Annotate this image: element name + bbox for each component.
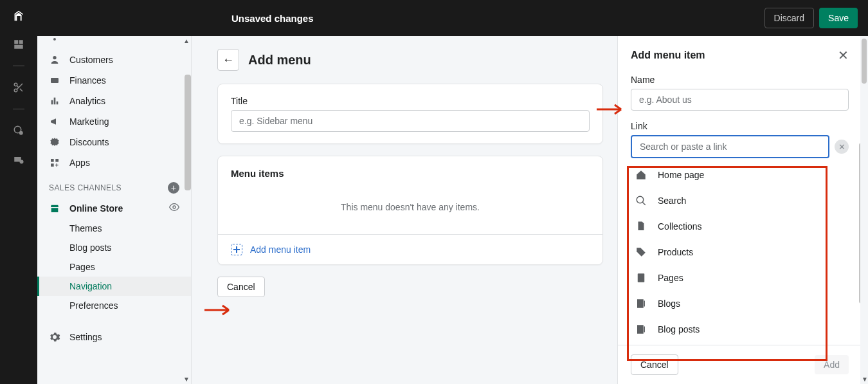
sidebar-item-analytics[interactable]: Analytics xyxy=(37,91,191,111)
sidebar-item-apps[interactable]: Apps xyxy=(37,152,191,173)
sidebar-sub-pages[interactable]: Pages xyxy=(37,257,191,277)
menu-title-input[interactable] xyxy=(231,110,590,132)
back-button[interactable]: ← xyxy=(217,49,239,71)
person-icon: • xyxy=(49,33,60,45)
rail-separator xyxy=(13,66,24,66)
sidebar-item-finances[interactable]: Finances xyxy=(37,70,191,91)
svg-rect-12 xyxy=(54,98,56,105)
sidebar-item-customers[interactable]: Customers xyxy=(37,50,191,70)
sidebar-sub-themes[interactable]: Themes xyxy=(37,219,191,238)
scroll-up-arrow-icon[interactable]: ▲ xyxy=(183,37,190,44)
menu-items-card: Menu items This menu doesn't have any it… xyxy=(217,156,603,265)
scroll-down-arrow-icon[interactable]: ▼ xyxy=(183,376,190,383)
svg-rect-0 xyxy=(14,40,18,44)
title-label: Title xyxy=(231,96,590,106)
svg-rect-22 xyxy=(637,325,644,334)
link-option-pages[interactable]: Pages xyxy=(631,265,849,291)
close-icon[interactable]: ✕ xyxy=(838,48,849,63)
svg-point-8 xyxy=(20,160,24,164)
apps-icon xyxy=(49,157,60,169)
link-option-home[interactable]: Home page xyxy=(631,162,849,188)
svg-rect-19 xyxy=(638,273,645,282)
sidebar-item-settings[interactable]: Settings xyxy=(37,327,191,347)
discount-icon xyxy=(49,136,60,148)
name-label: Name xyxy=(631,75,849,85)
eye-icon[interactable] xyxy=(169,202,179,214)
sidebar-item-label: Marketing xyxy=(69,116,109,127)
sidebar-scrollbar[interactable] xyxy=(185,75,191,190)
sidebar-item-discounts[interactable]: Discounts xyxy=(37,132,191,152)
dashboard-icon[interactable] xyxy=(12,37,26,51)
link-option-collections[interactable]: Collections xyxy=(631,214,849,239)
sidebar-item-label: Apps xyxy=(69,158,90,168)
sidebar-item-marketing[interactable]: Marketing xyxy=(37,111,191,132)
admin-sidebar: ▲ • Customers Finances Analytics Marketi… xyxy=(37,36,192,384)
link-option-blogposts[interactable]: Blog posts xyxy=(631,316,849,342)
finances-icon xyxy=(49,75,60,86)
svg-rect-13 xyxy=(57,102,59,105)
title-card: Title xyxy=(217,84,603,144)
home-icon xyxy=(635,169,647,181)
link-label: Link xyxy=(631,121,849,131)
shopify-logo-icon[interactable] xyxy=(12,9,26,23)
svg-point-6 xyxy=(19,131,23,135)
add-channel-button[interactable]: + xyxy=(168,182,179,194)
svg-point-17 xyxy=(173,206,176,208)
link-option-blogs[interactable]: Blogs xyxy=(631,291,849,316)
page-scrollbar[interactable]: ▼ xyxy=(860,36,868,384)
svg-point-9 xyxy=(53,56,56,59)
blog-icon xyxy=(635,297,647,310)
gear-icon xyxy=(49,331,60,343)
svg-rect-20 xyxy=(637,299,644,308)
unsaved-changes-label: Unsaved changes xyxy=(231,13,314,24)
svg-rect-1 xyxy=(19,40,23,44)
store-gear-icon[interactable] xyxy=(12,152,26,166)
add-menu-item-panel: Add menu item ✕ Name Link ✕ Home page Se… xyxy=(617,36,862,384)
collections-icon xyxy=(635,220,647,233)
add-menu-item-link[interactable]: Add menu item xyxy=(250,244,311,255)
page-title: Add menu xyxy=(248,53,311,68)
globe-gear-icon[interactable] xyxy=(12,123,26,138)
add-menu-item-row[interactable]: Add menu item xyxy=(218,234,602,264)
panel-cancel-button[interactable]: Cancel xyxy=(631,354,678,375)
sidebar-sub-preferences[interactable]: Preferences xyxy=(37,296,191,315)
panel-add-button[interactable]: Add xyxy=(815,355,849,374)
svg-point-18 xyxy=(637,196,644,203)
svg-rect-23 xyxy=(644,327,646,333)
tag-icon xyxy=(635,246,647,259)
svg-point-4 xyxy=(14,89,17,92)
scissors-icon[interactable] xyxy=(12,80,26,95)
page-icon xyxy=(635,271,647,284)
cancel-button[interactable]: Cancel xyxy=(217,277,265,297)
svg-rect-14 xyxy=(51,159,54,162)
item-link-input[interactable] xyxy=(631,135,829,158)
panel-title: Add menu item xyxy=(631,50,705,61)
rail-separator xyxy=(13,109,24,109)
menu-items-heading: Menu items xyxy=(218,156,602,185)
sidebar-item-label: Finances xyxy=(69,75,106,86)
svg-rect-11 xyxy=(51,100,53,105)
link-option-search[interactable]: Search xyxy=(631,188,849,214)
icon-rail xyxy=(0,0,37,384)
sidebar-sub-blogposts[interactable]: Blog posts xyxy=(37,238,191,257)
empty-state-text: This menu doesn't have any items. xyxy=(218,185,602,234)
sidebar-item-label: Settings xyxy=(69,332,102,342)
sidebar-item-orders-partial[interactable]: • xyxy=(37,33,191,50)
svg-rect-2 xyxy=(14,45,23,49)
svg-rect-16 xyxy=(51,163,54,167)
person-icon xyxy=(49,54,60,66)
item-name-input[interactable] xyxy=(631,89,849,111)
sidebar-item-online-store[interactable]: Online Store xyxy=(37,197,191,219)
blog-icon xyxy=(635,323,647,336)
svg-rect-10 xyxy=(51,78,59,83)
sidebar-sub-navigation[interactable]: Navigation xyxy=(37,277,191,296)
analytics-icon xyxy=(49,95,60,107)
link-option-products[interactable]: Products xyxy=(631,239,849,265)
megaphone-icon xyxy=(49,116,60,127)
link-suggestions-dropdown: Home page Search Collections Products Pa… xyxy=(631,162,849,342)
save-button[interactable]: Save xyxy=(819,8,858,28)
discard-button[interactable]: Discard xyxy=(764,8,814,28)
top-bar: Unsaved changes Discard Save xyxy=(0,0,868,36)
sidebar-item-label: Analytics xyxy=(69,96,105,106)
clear-link-button[interactable]: ✕ xyxy=(835,140,849,154)
